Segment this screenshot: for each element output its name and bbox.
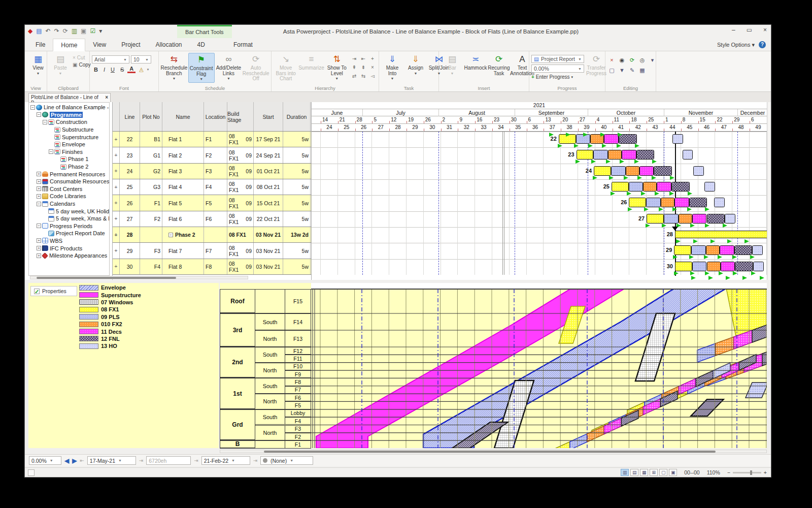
filter-icon[interactable]: ▼ [618,67,626,76]
zoom-out-icon[interactable]: − [727,469,730,475]
tree-item-progress-periods[interactable]: −Progress Periods [29,223,109,230]
task-bar-ho[interactable] [683,150,693,160]
task-bar-ho[interactable] [704,182,715,192]
task-bar-ho[interactable] [752,245,763,255]
tree-item-superstructure[interactable]: Superstructure [29,133,109,141]
task-bar-fx1[interactable] [629,198,646,207]
zoom-search-icon[interactable]: ◎ [638,57,647,66]
document-tab-close-icon[interactable]: × [105,94,108,101]
properties-button[interactable]: ✓ Properties [30,286,77,296]
delete-icon[interactable]: × [607,57,616,66]
enter-progress-button[interactable]: +Enter Progress▾ [531,74,584,80]
insert-bar-button[interactable]: ▤Bar▼ [441,53,463,77]
help-icon[interactable]: ? [759,41,766,48]
step-icon[interactable]: ⇥ [194,458,198,463]
task-bar-decs[interactable] [657,182,671,192]
view-table-icon[interactable]: ▤ [630,469,638,476]
refresh-icon[interactable]: ⟳ [63,27,68,35]
tab-format[interactable]: Format [226,39,260,51]
tree-expander-icon[interactable]: + [37,238,41,243]
contextual-tab-bar-chart-tools[interactable]: Bar Chart Tools [177,25,232,38]
show-to-level-button[interactable]: ⇅Show To Level▼ [325,53,349,82]
cut-button[interactable]: ×Cut [73,55,91,60]
row-expander-icon[interactable]: + [113,243,120,258]
tree-item-permanent-resources[interactable]: +Permanent Resources [29,170,109,178]
move-bars-into-chart-button[interactable]: ↘Move Bars into Chart [274,53,298,83]
tab-home[interactable]: Home [53,39,85,51]
task-bar-decs[interactable] [639,166,654,176]
tree-item-ifc-products[interactable]: +IFC Products [29,244,109,252]
zoom-thumb[interactable] [750,470,752,475]
task-bar-pls[interactable] [611,166,626,176]
task-bar-pls[interactable] [593,150,608,160]
italic-button[interactable]: I [101,67,107,73]
tree-item-envelope[interactable]: Envelope [29,141,109,148]
task-bar-pls[interactable] [692,262,707,271]
font-color-button[interactable]: A [127,66,136,73]
refresh-icon[interactable]: ⟳ [628,57,636,66]
vertical-scrollbar[interactable] [767,102,771,280]
zoom-in-icon[interactable]: + [764,469,767,475]
marquee-icon[interactable]: ▢ [607,67,616,76]
view-grid-icon[interactable]: ▣ [669,469,677,476]
table-row-line-28[interactable]: +28−Phase 208 FX103 Nov 2113w 2d [113,227,311,243]
transfer-progress-button[interactable]: ⟳Transfer Progress [585,53,607,78]
task-bar-ho[interactable] [672,134,683,144]
table-row-line-22[interactable]: +22B1Flat 1F108 FX10917 Sep 215w [113,132,311,147]
move-up-icon[interactable]: ⇞ [350,65,358,72]
tree-expander-icon[interactable]: + [37,253,41,258]
scrollbar-thumb[interactable] [264,451,716,453]
task-bar-fnl[interactable] [654,166,671,176]
select-icon[interactable]: ▾ [648,57,657,66]
tab-4d[interactable]: 4D [190,39,213,51]
date-to-combo[interactable]: 21-Feb-22▼ [201,456,250,465]
view-button[interactable]: ▦View▼ [27,53,49,77]
status-grid-icon[interactable] [28,469,35,476]
tree-expander-icon[interactable]: − [49,149,53,154]
step-icon[interactable]: ⇥ [253,458,257,463]
bold-button[interactable]: B [92,67,100,73]
hammock-button[interactable]: ≍Hammock [464,53,487,73]
step-icon[interactable]: ⇥ [139,458,143,463]
task-bar-ho[interactable] [725,214,735,224]
tree-expander-icon[interactable]: + [37,179,41,184]
table-icon[interactable]: ▦ [638,67,647,76]
qat-menu-caret[interactable]: ▾ [99,27,102,35]
table-row-line-26[interactable]: +26F1Flat 5F508 FX10915 Oct 215w [113,195,311,211]
table-row-line-29[interactable]: +29F3Flat 7F708 FX10903 Nov 215w [113,243,311,259]
tab-project[interactable]: Project [114,39,148,51]
task-bar-fx2[interactable] [707,262,721,271]
save-icon[interactable]: ▤ [36,27,42,35]
project-report-combo[interactable]: ▤Project Report▼ [531,55,584,63]
bottom-horizontal-scrollbar[interactable] [220,450,767,453]
task-bar-decs[interactable] [622,150,636,160]
task-bar-fx1[interactable] [674,245,691,255]
tree-expander-icon[interactable]: − [43,120,47,124]
tree-item-code-libraries[interactable]: +Code Libraries [29,193,109,200]
task-bar-fnl[interactable] [707,214,725,224]
row-expander-icon[interactable]: + [113,259,120,274]
row-expander-icon[interactable]: + [113,227,120,242]
task-bar-fnl[interactable] [734,245,752,255]
tree-item-phase-1[interactable]: Phase 1 [29,155,109,163]
tree-item-milestone-appearances[interactable]: +Milestone Appearances [29,252,109,260]
reschedule-branch-button[interactable]: ⇆Reschedule Branch▼ [161,53,187,82]
goto-start-icon[interactable]: ⇤ [80,458,84,463]
task-bar-fx2[interactable] [706,245,720,255]
task-bar-fx2[interactable] [608,150,622,160]
make-into-button[interactable]: ⇓Make Into▼ [381,53,403,82]
tree-item-finishes[interactable]: −Finishes [29,148,109,156]
font-size-combo[interactable]: 10▼ [131,55,151,64]
task-bar-fx1[interactable] [612,182,629,192]
paste-button[interactable]: ▤Paste▼ [49,53,72,77]
tab-allocation[interactable]: Allocation [148,39,190,51]
task-bar-decs[interactable] [674,198,689,207]
tree-item-phase-2[interactable]: Phase 2 [29,163,109,171]
table-row-line-23[interactable]: +23G1Flat 2F208 FX10924 Sep 215w [113,147,311,163]
indent-icon[interactable]: ⇥ [350,56,358,64]
task-bar-fnl[interactable] [636,150,654,160]
close-button[interactable]: × [763,26,767,34]
task-bar-pls[interactable] [691,245,706,255]
view-notes-icon[interactable]: ▢ [659,469,667,476]
collapse-icon[interactable]: × [368,65,377,72]
